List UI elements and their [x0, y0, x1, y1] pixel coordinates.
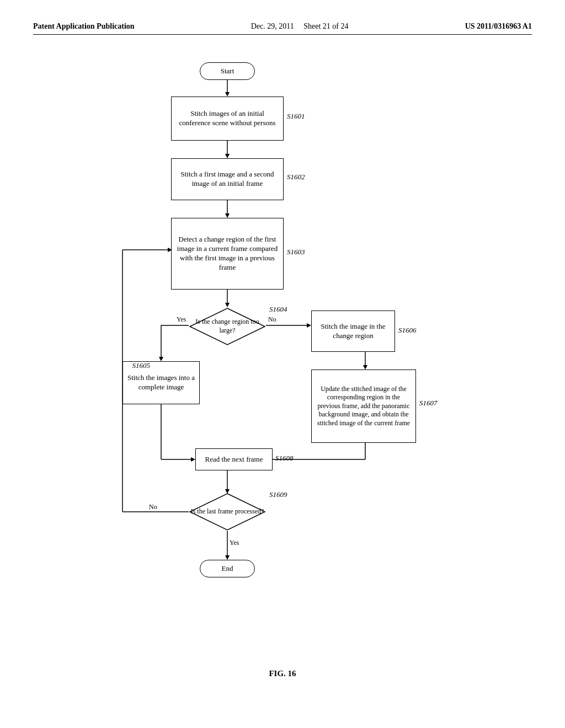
header-date-sheet: Dec. 29, 2011 Sheet 21 of 24 [251, 22, 349, 31]
s1601-label: S1601 [287, 112, 305, 121]
s1604-label: S1604 [269, 305, 287, 314]
s1603-node: Detect a change region of the first imag… [171, 218, 284, 290]
svg-marker-3 [225, 154, 230, 158]
svg-marker-13 [191, 457, 195, 462]
svg-marker-15 [307, 323, 311, 328]
s1604-node: Is the change region too large? [189, 307, 266, 346]
page: Patent Application Publication Dec. 29, … [0, 0, 565, 728]
s1608-node: Read the next frame [195, 448, 273, 470]
s1609-node: Is the last frame processed? [189, 493, 266, 531]
publication-title: Patent Application Publication [33, 22, 135, 31]
s1609-label: S1609 [269, 490, 287, 499]
s1603-label: S1603 [287, 248, 305, 256]
header-sheet: Sheet 21 of 24 [303, 22, 348, 30]
svg-text:No: No [268, 315, 276, 323]
svg-marker-7 [225, 303, 230, 307]
svg-marker-5 [225, 213, 230, 218]
page-header: Patent Application Publication Dec. 29, … [33, 22, 532, 35]
svg-marker-10 [159, 357, 163, 361]
s1608-label: S1608 [275, 454, 294, 463]
figure-caption: FIG. 16 [269, 669, 296, 678]
s1605-label: S1605 [117, 361, 150, 370]
s1601-node: Stitch images of an initial conference s… [171, 97, 284, 141]
s1602-label: S1602 [287, 173, 305, 181]
s1606-label: S1606 [398, 326, 417, 335]
diagram-area: Yes No Yes No Start Stitch images of an … [33, 51, 532, 678]
start-node: Start [200, 62, 255, 80]
s1607-label: S1607 [419, 399, 438, 408]
svg-marker-24 [225, 555, 230, 560]
header-date: Dec. 29, 2011 [251, 22, 294, 30]
svg-text:Yes: Yes [230, 539, 239, 547]
s1606-node: Stitch the image in the change region [311, 311, 395, 352]
svg-text:Yes: Yes [177, 315, 186, 323]
arrows-svg: Yes No Yes No [73, 51, 492, 658]
s1607-node: Update the stitched image of the corresp… [311, 370, 416, 443]
flowchart: Yes No Yes No Start Stitch images of an … [73, 51, 492, 658]
svg-marker-17 [363, 365, 367, 370]
patent-number: US 2011/0316963 A1 [465, 22, 532, 31]
s1602-node: Stitch a first image and a second image … [171, 158, 284, 200]
end-node: End [200, 560, 255, 577]
svg-marker-1 [225, 92, 230, 97]
svg-text:No: No [149, 503, 157, 511]
